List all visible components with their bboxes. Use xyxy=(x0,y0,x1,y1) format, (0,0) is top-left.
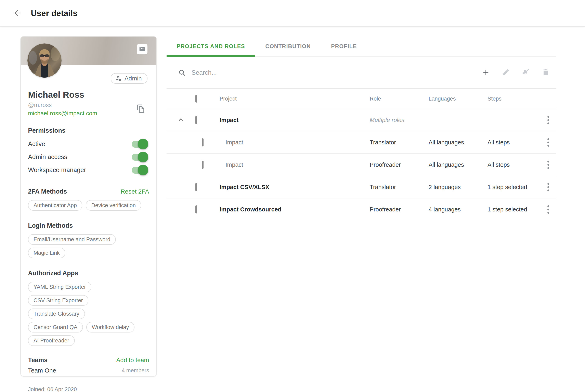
collapse-group-button[interactable] xyxy=(175,114,186,126)
permission-label: Active xyxy=(28,140,45,148)
authorized-app-chips: YAML String Exporter CSV String Exporter… xyxy=(28,282,142,346)
chip-translate-glossary: Translate Glossary xyxy=(28,308,85,319)
reset-2fa-link[interactable]: Reset 2FA xyxy=(121,188,149,195)
add-button[interactable] xyxy=(480,66,492,79)
user-name: Michael Ross xyxy=(28,90,149,100)
project-name: Impact Crowdsourced xyxy=(217,206,370,213)
role-value: Multiple roles xyxy=(370,117,428,124)
login-methods-heading: Login Methods xyxy=(28,222,149,229)
send-email-button[interactable] xyxy=(137,44,148,54)
main-content: PROJECTS AND ROLES CONTRIBUTION PROFILE xyxy=(166,36,556,220)
chip-workflow-delay: Workflow delay xyxy=(86,322,134,332)
row-checkbox[interactable] xyxy=(202,161,204,169)
permission-row-active: Active xyxy=(28,138,149,150)
languages-value: All languages xyxy=(428,162,488,168)
role-value: Proofreader xyxy=(370,206,428,213)
chip-authenticator-app: Authenticator App xyxy=(28,200,82,210)
login-method-chips: Email/Username and Password Magic Link xyxy=(28,234,149,258)
permission-label: Workspace manager xyxy=(28,166,86,174)
copy-email-button[interactable] xyxy=(136,104,146,114)
column-languages: Languages xyxy=(428,96,488,102)
row-menu-button[interactable] xyxy=(545,114,552,127)
chip-csv-string-exporter: CSV String Exporter xyxy=(28,295,88,306)
permission-row-workspace-manager: Workspace manager xyxy=(28,164,149,176)
admin-badge: Admin xyxy=(111,73,148,84)
page-title: User details xyxy=(31,9,78,18)
role-value: Proofreader xyxy=(370,162,428,168)
row-checkbox[interactable] xyxy=(196,205,197,214)
twofa-chips: Authenticator App Device verification xyxy=(28,200,149,210)
toggle-active[interactable] xyxy=(132,139,148,149)
chip-magic-link: Magic Link xyxy=(28,248,65,258)
clear-filters-button[interactable] xyxy=(519,66,532,79)
meta-joined: Joined: 06 Apr 2020 xyxy=(28,386,149,392)
table-toolbar xyxy=(166,57,556,89)
copy-icon xyxy=(136,104,145,114)
role-value: Translator xyxy=(370,184,428,190)
row-menu-button[interactable] xyxy=(545,136,552,149)
row-checkbox[interactable] xyxy=(196,116,197,124)
project-name: Impact xyxy=(217,139,370,146)
trash-icon xyxy=(542,68,550,77)
edit-button[interactable] xyxy=(499,66,512,79)
project-name: Impact xyxy=(217,162,370,168)
twofa-header-row: 2FA Methods Reset 2FA xyxy=(28,188,149,195)
steps-value: 1 step selected xyxy=(488,184,540,190)
chevron-up-icon xyxy=(177,116,185,124)
steps-value: 1 step selected xyxy=(488,206,540,213)
authorized-apps-heading: Authorized Apps xyxy=(28,270,149,277)
steps-value: All steps xyxy=(488,139,540,146)
table-row-impact-group: Impact Multiple roles xyxy=(166,109,556,132)
chip-ai-proofreader: AI Proofreader xyxy=(28,335,75,346)
teams-header-row: Teams Add to team xyxy=(28,356,149,364)
languages-value: 2 languages xyxy=(428,184,488,190)
delete-button[interactable] xyxy=(539,66,552,79)
user-handle: @m.ross xyxy=(28,102,149,108)
toggle-admin-access[interactable] xyxy=(132,152,148,162)
column-steps: Steps xyxy=(488,96,540,102)
project-name: Impact xyxy=(217,117,370,124)
avatar xyxy=(28,44,62,78)
toggle-workspace-manager[interactable] xyxy=(132,165,148,175)
chip-censor-guard-qa: Censor Guard QA xyxy=(28,322,83,332)
arrow-left-icon xyxy=(13,8,22,18)
add-to-team-link[interactable]: Add to team xyxy=(116,357,149,364)
permissions-heading: Permissions xyxy=(28,127,149,134)
permissions-list: Active Admin access Workspace manager xyxy=(28,138,149,176)
project-name: Impact CSV/XLSX xyxy=(217,184,370,190)
role-value: Translator xyxy=(370,139,428,146)
tab-profile[interactable]: PROFILE xyxy=(321,36,367,56)
user-email-link[interactable]: michael.ross@impact.com xyxy=(28,110,97,117)
tab-projects-and-roles[interactable]: PROJECTS AND ROLES xyxy=(166,36,255,56)
search-bar xyxy=(178,69,472,76)
tab-contribution[interactable]: CONTRIBUTION xyxy=(255,36,321,56)
chip-yaml-string-exporter: YAML String Exporter xyxy=(28,282,92,292)
user-gear-icon xyxy=(115,75,122,82)
languages-value: 4 languages xyxy=(428,206,488,213)
plus-icon xyxy=(482,68,490,77)
row-menu-button[interactable] xyxy=(545,158,552,172)
permission-label: Admin access xyxy=(28,153,67,161)
table-row-impact-translator: Impact Translator All languages All step… xyxy=(166,132,556,154)
envelope-icon xyxy=(139,46,146,53)
admin-badge-label: Admin xyxy=(124,75,142,82)
row-checkbox[interactable] xyxy=(196,183,197,191)
profile-card: Admin Michael Ross @m.ross michael.ross@… xyxy=(20,36,157,376)
select-all-checkbox[interactable] xyxy=(196,95,197,102)
twofa-heading: 2FA Methods xyxy=(28,188,67,195)
table-row-impact-crowdsourced: Impact Crowdsourced Proofreader 4 langua… xyxy=(166,198,556,220)
search-input[interactable] xyxy=(191,69,375,76)
column-role: Role xyxy=(370,96,428,102)
broom-icon xyxy=(522,68,530,77)
table-row-impact-csv-xlsx: Impact CSV/XLSX Translator 2 languages 1… xyxy=(166,176,556,198)
table-row-impact-proofreader: Impact Proofreader All languages All ste… xyxy=(166,154,556,176)
permission-row-admin-access: Admin access xyxy=(28,150,149,164)
row-checkbox[interactable] xyxy=(202,138,204,146)
back-button[interactable] xyxy=(12,8,23,19)
column-project: Project xyxy=(217,96,370,102)
row-menu-button[interactable] xyxy=(545,203,552,216)
row-menu-button[interactable] xyxy=(545,180,552,194)
app-header: User details xyxy=(0,0,585,26)
tab-bar: PROJECTS AND ROLES CONTRIBUTION PROFILE xyxy=(166,36,556,57)
steps-value: All steps xyxy=(488,162,540,168)
